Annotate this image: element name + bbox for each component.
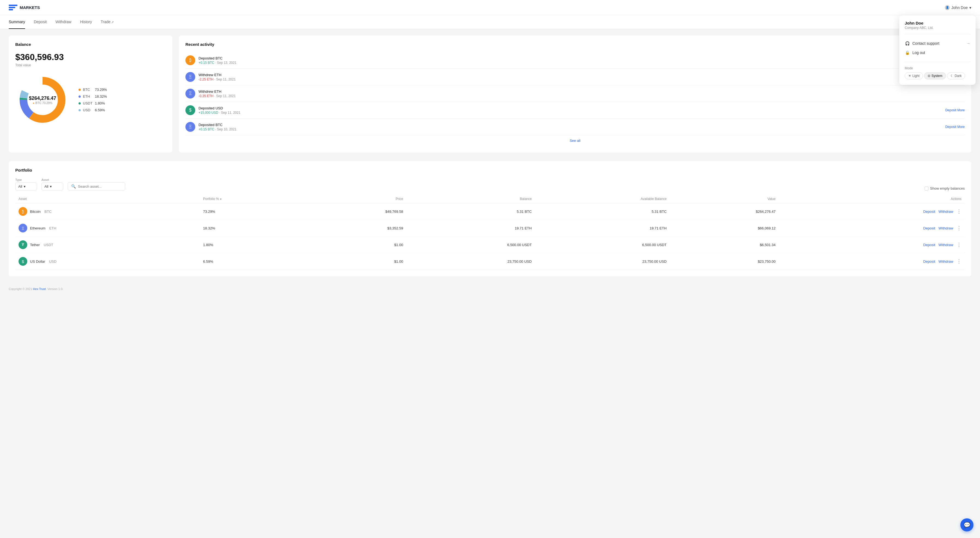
- asset-filter-chevron: ▾: [50, 184, 52, 188]
- btc-icon: ₿: [19, 207, 27, 216]
- nav-trade[interactable]: Trade: [100, 15, 114, 29]
- asset-cell-usd: $ US Dollar USD: [15, 253, 200, 270]
- mode-options: ☀ Light ⊙ System ☾ Dark: [905, 72, 970, 80]
- user-area[interactable]: 👤 John Doe ▾: [945, 5, 971, 10]
- activity-info-1: Deposited BTC +0.15 BTC · Sep 13, 2021: [199, 56, 942, 65]
- search-input-container: 🔍: [68, 182, 125, 190]
- btc-name: Bitcoin: [30, 209, 41, 214]
- nav-summary[interactable]: Summary: [9, 15, 25, 29]
- asset-cell-btc: ₿ Bitcoin BTC: [15, 203, 200, 220]
- legend-usdt: USDT 1.80%: [78, 101, 107, 105]
- btc-more-button[interactable]: ⋮: [956, 208, 961, 214]
- usdt-ticker: USDT: [44, 243, 53, 247]
- col-portfolio-pct[interactable]: Portfolio %: [200, 195, 305, 203]
- logout-item[interactable]: 🔒 Log out: [905, 48, 970, 57]
- donut-btc-label: BTC 73.29%: [35, 101, 52, 104]
- activity-date-sep-3: ·: [214, 94, 216, 98]
- balance-card: Balance $360,596.93 Total value: [9, 35, 172, 153]
- portfolio-table: Asset Portfolio % Price Balance Availabl…: [15, 195, 965, 270]
- usdt-withdraw-button[interactable]: Withdraw: [939, 243, 953, 247]
- search-icon: 🔍: [71, 184, 76, 188]
- see-all-button[interactable]: See all: [185, 135, 965, 146]
- usd-value: $23,750.00: [670, 253, 779, 270]
- activity-icon-eth-2: Ξ: [185, 72, 195, 82]
- deposit-more-4[interactable]: Deposit More: [945, 108, 965, 112]
- activity-icon-btc-1: ₿: [185, 55, 195, 65]
- table-row: ₮ Tether USDT 1.80% $1.00 6,500.00 USDT …: [15, 236, 965, 253]
- activity-info-2: Withdrew ETH -2.25 ETH · Sep 11, 2021: [199, 73, 965, 81]
- btc-price: $49,769.58: [305, 203, 407, 220]
- legend-usd-pct: 6.59%: [95, 108, 105, 112]
- activity-icon-eth-5: Ξ: [185, 122, 195, 132]
- chart-area: $264,276.47 ● BTC 73.29% BTC 73.29%: [15, 73, 166, 127]
- usdt-deposit-button[interactable]: Deposit: [923, 243, 935, 247]
- type-filter-chevron: ▾: [24, 184, 25, 188]
- activity-item-4: $ Deposited USD +15,000 USD · Sep 11, 20…: [185, 102, 965, 119]
- activity-item-title-2: Withdrew ETH: [199, 73, 965, 77]
- col-available-balance: Available Balance: [535, 195, 670, 203]
- usd-more-button[interactable]: ⋮: [956, 259, 961, 264]
- donut-chart: $264,276.47 ● BTC 73.29%: [15, 73, 70, 127]
- contact-support-item[interactable]: 🎧 Contact support →: [905, 39, 970, 48]
- user-dropdown: John Doe Company ABC, Ltd. 🎧 Contact sup…: [899, 15, 976, 85]
- activity-item-title-4: Deposited USD: [199, 106, 942, 110]
- chart-legend: BTC 73.29% ETH 18.32% USDT 1.80%: [78, 88, 107, 112]
- usdt-more-button[interactable]: ⋮: [956, 242, 961, 248]
- activity-item-sub-1: +0.15 BTC · Sep 13, 2021: [199, 61, 942, 65]
- eth-available: 19.71 ETH: [535, 220, 670, 236]
- deposit-more-5[interactable]: Deposit More: [945, 125, 965, 129]
- user-avatar-icon: 👤: [945, 5, 950, 10]
- search-asset-input[interactable]: [78, 184, 122, 188]
- btc-value: $264,276.47: [670, 203, 779, 220]
- mode-light-button[interactable]: ☀ Light: [905, 72, 923, 80]
- mode-dark-button[interactable]: ☾ Dark: [947, 72, 965, 80]
- usdt-icon: ₮: [19, 240, 27, 249]
- usd-deposit-button[interactable]: Deposit: [923, 259, 935, 263]
- asset-filter-select[interactable]: All ▾: [41, 182, 63, 190]
- balance-title: Balance: [15, 42, 166, 47]
- total-label: Total value: [15, 63, 166, 67]
- table-row: $ US Dollar USD 6.59% $1.00 23,750.00 US…: [15, 253, 965, 270]
- usd-withdraw-button[interactable]: Withdraw: [939, 259, 953, 263]
- show-empty-toggle[interactable]: Show empty balances: [924, 186, 965, 190]
- legend-usdt-name: USDT: [83, 101, 93, 105]
- legend-eth: ETH 18.32%: [78, 94, 107, 99]
- usdt-portfolio-pct: 1.80%: [200, 236, 305, 253]
- show-empty-checkbox[interactable]: [924, 187, 929, 190]
- usdt-balance: 6,500.00 USDT: [406, 236, 535, 253]
- btc-deposit-button[interactable]: Deposit: [923, 209, 935, 214]
- activity-amount-2: -2.25 ETH: [199, 77, 213, 81]
- usd-name: US Dollar: [30, 259, 45, 263]
- col-asset: Asset: [15, 195, 200, 203]
- recent-activity-card: Recent activity ₿ Deposited BTC +0.15 BT…: [179, 35, 971, 153]
- usd-ticker: USD: [49, 259, 56, 263]
- btc-withdraw-button[interactable]: Withdraw: [939, 209, 953, 214]
- eth-deposit-button[interactable]: Deposit: [923, 226, 935, 230]
- legend-usd: USD 6.59%: [78, 108, 107, 112]
- asset-filter-label: Asset: [41, 178, 63, 181]
- logout-icon: 🔒: [905, 50, 910, 55]
- btc-ticker: BTC: [45, 209, 51, 214]
- activity-item-1: ₿ Deposited BTC +0.15 BTC · Sep 13, 2021…: [185, 52, 965, 69]
- legend-usd-name: USD: [83, 108, 93, 112]
- eth-more-button[interactable]: ⋮: [956, 225, 961, 231]
- nav-withdraw[interactable]: Withdraw: [56, 15, 71, 29]
- type-filter-select[interactable]: All ▾: [15, 182, 37, 190]
- nav-deposit[interactable]: Deposit: [34, 15, 47, 29]
- asset-cell-usdt: ₮ Tether USDT: [15, 236, 200, 253]
- usd-balance: 23,750.00 USD: [406, 253, 535, 270]
- mode-system-button[interactable]: ⊙ System: [924, 72, 946, 80]
- eth-withdraw-button[interactable]: Withdraw: [939, 226, 953, 230]
- type-filter-value: All: [18, 184, 22, 188]
- eth-portfolio-pct: 18.32%: [200, 220, 305, 236]
- activity-icon-usd-4: $: [185, 105, 195, 115]
- chevron-down-icon: ▾: [969, 5, 971, 10]
- nav-history[interactable]: History: [80, 15, 92, 29]
- hex-trust-link[interactable]: Hex Trust: [33, 287, 46, 291]
- type-filter-group: Type All ▾: [15, 178, 37, 190]
- usdt-name: Tether: [30, 243, 40, 247]
- col-actions: Actions: [779, 195, 965, 203]
- activity-item-2: Ξ Withdrew ETH -2.25 ETH · Sep 11, 2021: [185, 69, 965, 85]
- activity-item-sub-5: +0.15 BTC · Sep 10, 2021: [199, 128, 942, 131]
- activity-date-text-3: Sep 11, 2021: [216, 94, 235, 98]
